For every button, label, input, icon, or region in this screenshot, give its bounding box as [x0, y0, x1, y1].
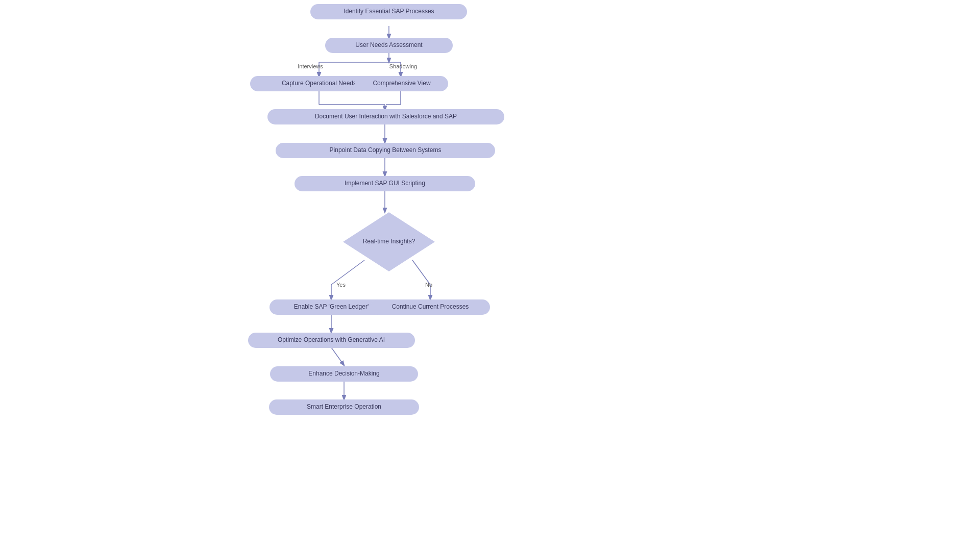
- arrow-optimize-to-enhance: [331, 347, 344, 365]
- enablesap-node-text: Enable SAP 'Green Ledger': [294, 303, 369, 310]
- optimize-node-text: Optimize Operations with Generative AI: [278, 336, 385, 343]
- line-yes-branch: [331, 260, 364, 285]
- capture-node-text: Capture Operational Needs: [282, 80, 356, 87]
- implement-node-text: Implement SAP GUI Scripting: [345, 180, 425, 187]
- flowchart-container: Interviews Shadowing Yes No: [0, 0, 980, 551]
- diamond-node-text: Real-time Insights?: [363, 238, 415, 245]
- continue-node-text: Continue Current Processes: [392, 303, 469, 310]
- interviews-label: Interviews: [298, 63, 323, 69]
- line-no-branch: [412, 260, 430, 285]
- userneeds-node-text: User Needs Assessment: [355, 41, 423, 48]
- pinpoint-node-text: Pinpoint Data Copying Between Systems: [330, 146, 442, 154]
- shadowing-label: Shadowing: [389, 63, 417, 69]
- identify-node-text: Identify Essential SAP Processes: [344, 8, 434, 15]
- document-node-text: Document User Interaction with Salesforc…: [315, 113, 457, 120]
- smart-node-text: Smart Enterprise Operation: [307, 403, 381, 410]
- comprehensive-node-text: Comprehensive View: [373, 80, 431, 87]
- enhance-node-text: Enhance Decision-Making: [308, 370, 379, 377]
- yes-label: Yes: [336, 282, 346, 288]
- no-label: No: [425, 282, 432, 288]
